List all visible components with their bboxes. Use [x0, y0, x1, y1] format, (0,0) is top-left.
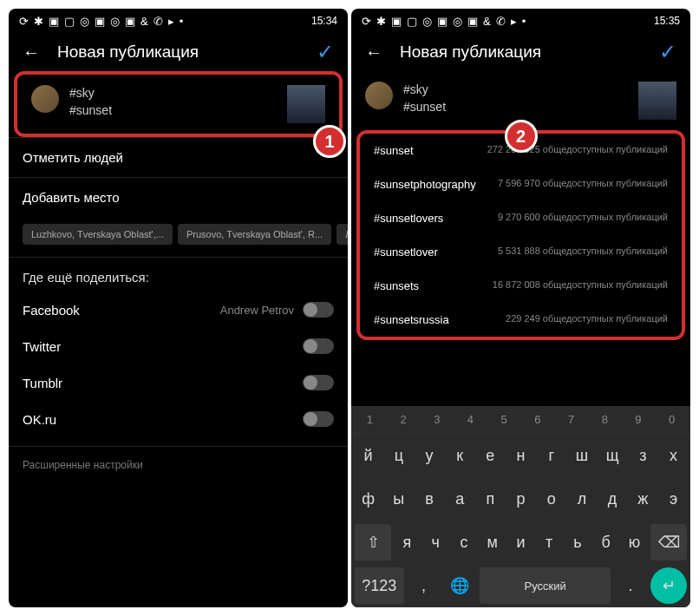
- comma-key[interactable]: ,: [408, 567, 441, 604]
- letter-key[interactable]: з: [630, 437, 657, 474]
- status-time: 15:35: [654, 15, 680, 27]
- number-hint: 4: [462, 413, 479, 426]
- back-arrow-icon[interactable]: ←: [365, 43, 382, 62]
- toggle[interactable]: [303, 411, 334, 427]
- letter-key[interactable]: н: [507, 437, 534, 474]
- toggle[interactable]: [303, 375, 334, 390]
- avatar: [365, 82, 393, 109]
- status-bar: ⟳✱▣▢◎▣◎▣&✆▸• 15:34: [9, 9, 348, 33]
- location-chips: Luzhkovo, Tverskaya Oblast',... Prusovo,…: [9, 217, 348, 257]
- letter-key[interactable]: ц: [385, 437, 412, 474]
- letter-key[interactable]: э: [660, 481, 687, 517]
- caption-line: #sunset: [403, 99, 628, 116]
- caption-line: #sky: [69, 85, 277, 102]
- location-chip[interactable]: Лужков: [336, 224, 348, 245]
- number-hint: 1: [362, 413, 378, 426]
- share-twitter[interactable]: Twitter: [9, 328, 348, 364]
- number-hint: 8: [597, 413, 613, 426]
- caption-input[interactable]: #sky #sunset: [69, 85, 277, 119]
- letter-key[interactable]: ы: [385, 481, 412, 517]
- shift-key[interactable]: ⇧: [355, 524, 391, 560]
- hashtag-count: 7 596 970 общедоступных публикаций: [498, 178, 668, 191]
- letter-key[interactable]: т: [537, 524, 562, 560]
- numeric-key[interactable]: ?123: [355, 567, 404, 604]
- hashtag-suggestion[interactable]: #sunsetphotography7 596 970 общедоступны…: [360, 167, 682, 201]
- enter-key[interactable]: ↵: [650, 567, 687, 604]
- letter-key[interactable]: и: [508, 524, 533, 560]
- hashtag-name: #sunsets: [374, 279, 419, 292]
- hashtag-name: #sunsetsrussia: [374, 313, 449, 326]
- letter-key[interactable]: ч: [423, 524, 448, 560]
- letter-key[interactable]: й: [355, 437, 382, 474]
- letter-key[interactable]: ш: [568, 437, 595, 474]
- hashtag-suggestion[interactable]: #sunsetsrussia229 249 общедоступных публ…: [360, 303, 682, 337]
- keyboard: 1234567890 йцукенгшщзх фывапролджэ ⇧ ячс…: [351, 406, 690, 607]
- phone-left: ⟳✱▣▢◎▣◎▣&✆▸• 15:34 ← Новая публикация ✓ …: [9, 9, 348, 607]
- letter-key[interactable]: о: [538, 481, 565, 517]
- hashtag-count: 229 249 общедоступных публикаций: [506, 313, 668, 326]
- letter-key[interactable]: а: [447, 481, 474, 517]
- letter-key[interactable]: ю: [622, 524, 647, 560]
- keyboard-number-row: 1234567890: [351, 406, 690, 434]
- letter-key[interactable]: г: [538, 437, 565, 474]
- toggle[interactable]: [303, 338, 334, 354]
- letter-key[interactable]: р: [507, 481, 534, 517]
- share-okru[interactable]: OK.ru: [9, 401, 348, 437]
- share-facebook[interactable]: Facebook Andrew Petrov: [9, 292, 348, 328]
- number-hint: 0: [663, 413, 680, 426]
- letter-key[interactable]: ф: [355, 481, 382, 517]
- toggle[interactable]: [303, 302, 334, 318]
- confirm-check-icon[interactable]: ✓: [659, 40, 676, 64]
- letter-key[interactable]: е: [477, 437, 504, 474]
- globe-key[interactable]: 🌐: [443, 567, 476, 604]
- add-location-row[interactable]: Добавить место: [9, 177, 348, 217]
- hashtag-suggestion[interactable]: #sunsetlover5 531 888 общедоступных публ…: [360, 235, 682, 269]
- hashtag-count: 9 270 600 общедоступных публикаций: [498, 212, 668, 225]
- hashtag-name: #sunsetphotography: [374, 178, 476, 191]
- letter-key[interactable]: к: [447, 437, 474, 474]
- step-badge-2: 2: [505, 120, 538, 153]
- post-thumbnail[interactable]: [638, 82, 676, 120]
- letter-key[interactable]: у: [415, 437, 442, 474]
- confirm-check-icon[interactable]: ✓: [317, 40, 334, 64]
- letter-key[interactable]: м: [480, 524, 505, 560]
- letter-key[interactable]: п: [477, 481, 504, 517]
- highlight-box-2: #sunset272 266 025 общедоступных публика…: [356, 130, 685, 340]
- letter-key[interactable]: в: [415, 481, 442, 517]
- letter-key[interactable]: щ: [599, 437, 626, 474]
- location-chip[interactable]: Luzhkovo, Tverskaya Oblast',...: [23, 224, 173, 245]
- period-key[interactable]: .: [614, 567, 647, 604]
- hashtag-suggestion[interactable]: #sunsetlovers9 270 600 общедоступных пуб…: [360, 201, 682, 235]
- share-tumblr[interactable]: Tumblr: [9, 364, 348, 401]
- post-thumbnail[interactable]: [287, 85, 325, 123]
- hashtag-suggestion[interactable]: #sunsets16 872 008 общедоступных публика…: [360, 269, 682, 303]
- advanced-settings[interactable]: Расширенные настройки: [9, 446, 348, 483]
- caption-input[interactable]: #sky #sunset: [403, 82, 628, 115]
- letter-key[interactable]: ь: [565, 524, 591, 560]
- back-arrow-icon[interactable]: ←: [23, 43, 40, 62]
- avatar: [31, 85, 59, 113]
- hashtag-name: #sunsetlovers: [374, 212, 443, 225]
- letter-key[interactable]: х: [660, 437, 687, 474]
- status-time: 15:34: [311, 15, 337, 27]
- number-hint: 3: [428, 413, 445, 426]
- space-key[interactable]: Русский: [480, 567, 611, 604]
- status-icons-left: ⟳✱▣▢◎▣◎▣&✆▸•: [362, 15, 526, 28]
- letter-key[interactable]: с: [452, 524, 477, 560]
- letter-key[interactable]: л: [568, 481, 595, 517]
- header: ← Новая публикация ✓: [9, 33, 348, 71]
- tag-people-row[interactable]: Отметить людей: [9, 137, 348, 177]
- letter-key[interactable]: ж: [630, 481, 657, 517]
- letter-key[interactable]: б: [593, 524, 618, 560]
- keyboard-row: йцукенгшщзх: [351, 434, 690, 477]
- backspace-key[interactable]: ⌫: [650, 524, 687, 560]
- letter-key[interactable]: д: [599, 481, 626, 517]
- hashtag-name: #sunsetlover: [374, 246, 438, 259]
- number-hint: 9: [630, 413, 647, 426]
- header: ← Новая публикация ✓: [351, 33, 690, 71]
- keyboard-row: ?123 , 🌐 Русский . ↵: [351, 564, 690, 607]
- highlight-box-1: #sky #sunset 1: [14, 71, 343, 137]
- caption-row[interactable]: #sky #sunset: [17, 75, 339, 134]
- letter-key[interactable]: я: [395, 524, 420, 560]
- location-chip[interactable]: Prusovo, Tverskaya Oblast', R...: [178, 224, 331, 245]
